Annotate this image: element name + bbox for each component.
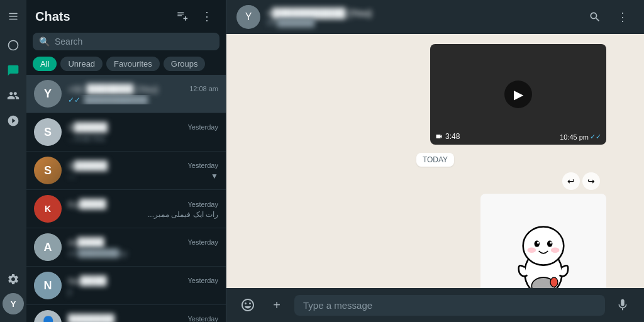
read-check-icon: ✓✓ bbox=[68, 96, 80, 104]
avatar: 👤 bbox=[34, 310, 62, 322]
chat-header-status: Me███████ bbox=[267, 18, 577, 27]
chat-item[interactable]: Y +92 ███████ (You) 12:08 am ✓✓ ████████… bbox=[26, 75, 226, 113]
avatar: Y bbox=[34, 80, 62, 108]
sticker-message: 12:08 am bbox=[480, 194, 606, 288]
svg-rect-1 bbox=[9, 16, 18, 17]
chat-time: Yesterday bbox=[187, 123, 218, 131]
chat-list-panel: Chats ⋮ 🔍 All Unread Favourites Groups bbox=[26, 0, 226, 322]
chat-info: Ar████ Yesterday chi███████ay bbox=[68, 237, 218, 258]
mic-btn[interactable] bbox=[611, 294, 634, 316]
chat-info: +92 ███████ (You) 12:08 am ✓✓ ██████████… bbox=[68, 84, 218, 104]
chat-time: Yesterday bbox=[187, 201, 218, 208]
search-chat-btn[interactable] bbox=[584, 6, 606, 28]
svg-point-11 bbox=[551, 248, 560, 253]
chat-preview: ji bbox=[68, 287, 218, 296]
sticker-container: 12:08 am bbox=[480, 194, 606, 288]
chat-item[interactable]: K Ka████ Yesterday رات ایک فیملی ممبر... bbox=[26, 190, 226, 228]
chat-header-name: +███████████ (You) bbox=[267, 8, 577, 18]
chat-time: Yesterday bbox=[187, 238, 218, 246]
video-message: ▶ 3:48 10:45 pm ✓✓ bbox=[430, 44, 606, 146]
chats-icon-btn[interactable] bbox=[2, 59, 25, 82]
chat-time: 12:08 am bbox=[189, 85, 218, 92]
chat-name: +92 ███████ (You) bbox=[68, 84, 158, 94]
sticker-svg bbox=[490, 203, 597, 288]
chat-info: S█████ Yesterday ...hrab tha bbox=[68, 122, 218, 143]
filter-tab-unread[interactable]: Unread bbox=[60, 57, 103, 71]
filter-tab-all[interactable]: All bbox=[33, 57, 57, 71]
video-read-check: ✓✓ bbox=[590, 133, 601, 141]
avatar: S bbox=[34, 118, 62, 146]
chat-list: Y +92 ███████ (You) 12:08 am ✓✓ ████████… bbox=[26, 75, 226, 322]
chat-name: Ar████ bbox=[68, 237, 104, 248]
avatar: N bbox=[34, 272, 62, 299]
search-input-wrap[interactable]: 🔍 bbox=[33, 33, 219, 50]
search-input[interactable] bbox=[55, 36, 213, 47]
search-icon: 🔍 bbox=[39, 36, 50, 47]
filter-tabs: All Unread Favourites Groups bbox=[26, 54, 226, 75]
emoji-btn[interactable] bbox=[236, 294, 259, 316]
forward-reaction-icon[interactable]: ↪ bbox=[582, 172, 600, 190]
svg-point-3 bbox=[9, 41, 18, 50]
chat-name: Ka████ bbox=[68, 199, 106, 209]
video-thumbnail[interactable]: ▶ 3:48 10:45 pm ✓✓ bbox=[430, 44, 606, 145]
header-icons: ⋮ bbox=[172, 6, 217, 26]
chat-preview: — bbox=[68, 172, 211, 181]
chat-list-header: Chats ⋮ bbox=[26, 0, 226, 30]
chat-item[interactable]: S S█████ Yesterday — ▼ bbox=[26, 152, 226, 190]
chat-header: Y +███████████ (You) Me███████ ⋮ bbox=[226, 0, 644, 34]
chat-info: Ka████ Yesterday رات ایک فیملی ممبر... bbox=[68, 199, 218, 219]
chat-info: S█████ Yesterday — ▼ bbox=[68, 160, 218, 181]
svg-point-15 bbox=[550, 277, 558, 287]
chat-preview: ✓✓ ███████████ bbox=[68, 95, 218, 104]
chat-item[interactable]: 👤 ███████ Yesterday — bbox=[26, 305, 226, 322]
chat-main: Y +███████████ (You) Me███████ ⋮ ▶ 3: bbox=[226, 0, 644, 322]
chat-preview: chi███████ay bbox=[68, 248, 218, 258]
messages-area[interactable]: ▶ 3:48 10:45 pm ✓✓ TODAY ↩ ↪ bbox=[226, 34, 644, 288]
chat-preview: ...hrab tha bbox=[68, 133, 218, 143]
settings-icon-btn[interactable] bbox=[2, 268, 25, 291]
chat-name: S█████ bbox=[68, 160, 108, 171]
new-chat-btn[interactable] bbox=[172, 6, 192, 26]
svg-point-7 bbox=[547, 241, 553, 247]
svg-point-10 bbox=[528, 248, 536, 253]
avatar: A bbox=[34, 233, 62, 261]
avatar: K bbox=[34, 195, 62, 223]
header-menu-btn[interactable]: ⋮ bbox=[197, 6, 217, 26]
filter-tab-groups[interactable]: Groups bbox=[164, 57, 206, 71]
chats-title: Chats bbox=[35, 9, 70, 24]
svg-rect-2 bbox=[9, 19, 18, 20]
channels-icon-btn[interactable] bbox=[2, 109, 25, 132]
chat-time: Yesterday bbox=[187, 315, 218, 322]
message-input-bar: + bbox=[226, 288, 644, 322]
svg-point-5 bbox=[523, 226, 564, 265]
status-icon-btn[interactable] bbox=[2, 34, 25, 57]
message-input[interactable] bbox=[294, 295, 605, 316]
chat-name: ███████ bbox=[68, 314, 114, 323]
chat-info: ███████ Yesterday — bbox=[68, 314, 218, 323]
chat-item[interactable]: A Ar████ Yesterday chi███████ay bbox=[26, 228, 226, 267]
chat-item[interactable]: S S█████ Yesterday ...hrab tha bbox=[26, 113, 226, 152]
chat-time: Yesterday bbox=[187, 277, 218, 284]
emoji-reaction-icon[interactable]: ↩ bbox=[562, 172, 580, 190]
chat-menu-btn[interactable]: ⋮ bbox=[611, 6, 634, 28]
avatar: S bbox=[34, 157, 62, 184]
chat-header-info: +███████████ (You) Me███████ bbox=[267, 8, 577, 27]
attach-btn[interactable]: + bbox=[265, 294, 288, 316]
chevron-down-icon: ▼ bbox=[211, 172, 218, 180]
play-button[interactable]: ▶ bbox=[504, 80, 532, 108]
reaction-icons-row: ↩ ↪ bbox=[562, 172, 600, 190]
profile-avatar-btn[interactable]: Y bbox=[3, 293, 24, 314]
svg-point-6 bbox=[535, 241, 540, 247]
chat-header-actions: ⋮ bbox=[584, 6, 634, 28]
chat-name: S█████ bbox=[68, 122, 108, 133]
community-icon-btn[interactable] bbox=[2, 84, 25, 107]
video-time-sent: 10:45 pm ✓✓ bbox=[560, 133, 601, 141]
menu-icon-btn[interactable] bbox=[2, 5, 25, 28]
chat-preview: رات ایک فیملی ممبر... bbox=[68, 210, 218, 219]
video-duration: 3:48 bbox=[435, 132, 460, 141]
filter-tab-favourites[interactable]: Favourites bbox=[106, 57, 160, 71]
chat-info: No████ Yesterday ji bbox=[68, 275, 218, 296]
chat-header-avatar: Y bbox=[236, 5, 260, 29]
chat-item[interactable]: N No████ Yesterday ji bbox=[26, 267, 226, 305]
svg-point-8 bbox=[537, 242, 539, 243]
